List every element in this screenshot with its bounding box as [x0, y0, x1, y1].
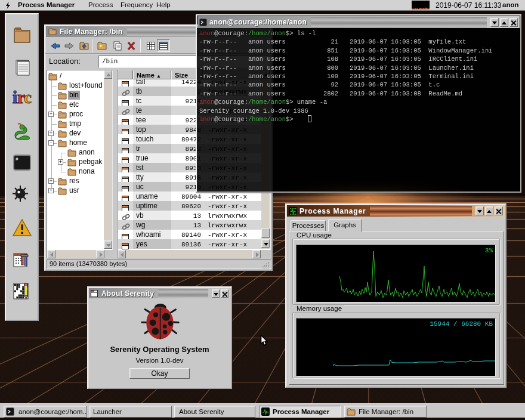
svg-text:c: c [24, 89, 32, 107]
svg-text:i: i [13, 89, 17, 107]
svg-text:#: # [16, 156, 18, 162]
